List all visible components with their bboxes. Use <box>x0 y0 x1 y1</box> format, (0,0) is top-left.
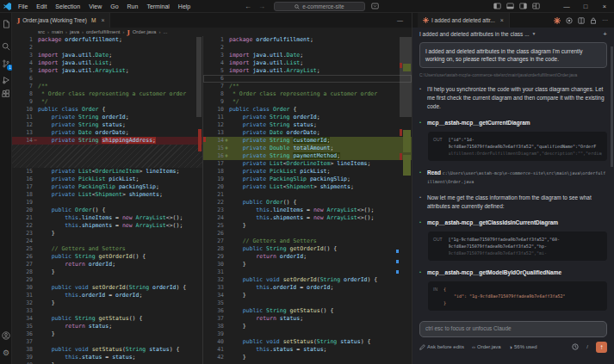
code-line[interactable]: 30 } <box>203 261 412 268</box>
breadcrumb[interactable]: src›main›java›orderfulfillment›JOrder.ja… <box>12 28 412 36</box>
code-line[interactable]: 26 <box>203 230 412 238</box>
code-line[interactable]: 24 <box>12 238 202 245</box>
code-line[interactable]: 38 } <box>203 323 412 330</box>
code-line[interactable]: 21 this.lineItems = new ArrayList<>(); <box>12 214 202 222</box>
run-debug-icon[interactable] <box>1 75 11 85</box>
minimize-icon[interactable]: — <box>557 0 576 13</box>
history-clock-icon[interactable] <box>572 343 579 350</box>
context-file-chip[interactable]: ‹› Order.java <box>472 344 501 349</box>
code-line[interactable]: 30 public void setOrderId(String orderId… <box>12 284 202 292</box>
menu-help[interactable]: Help <box>174 3 195 9</box>
code-line[interactable]: 7/** <box>203 83 412 90</box>
split-editor-icon[interactable] <box>578 17 585 24</box>
code-line[interactable]: 5import java.util.ArrayList; <box>12 67 202 75</box>
code-line[interactable]: 11 private String orderId; <box>203 114 412 121</box>
claude-input[interactable]: ctrl esc to focus or unfocus Claude <box>419 321 607 337</box>
diff-original-editor[interactable]: 1package orderfulfillment;23import java.… <box>12 36 203 364</box>
lock-icon[interactable] <box>590 17 597 24</box>
code-line[interactable]: 2 <box>203 44 412 52</box>
explorer-icon[interactable] <box>1 19 11 29</box>
code-line[interactable]: 29 return orderId; <box>203 253 412 261</box>
code-line[interactable]: 13 private Date orderDate; <box>12 129 202 137</box>
code-line[interactable]: 8 * Order class representing a customer … <box>203 90 412 98</box>
code-line[interactable]: 25 } <box>203 222 412 230</box>
code-line[interactable]: 16+ private String paymentMethod; <box>203 152 412 160</box>
code-line[interactable]: 11 private String orderId; <box>12 114 202 121</box>
code-line[interactable]: 40 public void setStatus(String status) … <box>203 338 412 346</box>
ask-before-edits-toggle[interactable]: Ask before edits <box>419 344 464 350</box>
back-icon[interactable]: ← <box>245 3 251 10</box>
chat-scrollbar[interactable] <box>611 46 613 167</box>
tab-close-icon[interactable]: × <box>500 17 504 23</box>
code-line[interactable]: 27 // Getters and Setters <box>203 238 412 245</box>
read-tool-call[interactable]: •Read c:\Users\user\astah-mcp\e-commerce… <box>419 169 607 186</box>
code-line[interactable]: 39 this.status = status; <box>12 354 202 361</box>
code-line[interactable]: 31 this.orderId = orderId; <box>12 292 202 299</box>
code-line[interactable]: 33 this.orderId = orderId; <box>203 284 412 292</box>
code-line[interactable]: 14− private String shippingAddress; <box>12 137 202 145</box>
code-line[interactable]: 34 public String getStatus() { <box>12 315 202 323</box>
code-line[interactable]: 8 * Order class representing a customer … <box>12 90 202 98</box>
code-line[interactable]: 10public class Order { <box>12 106 202 114</box>
more-actions-icon[interactable]: ⋯ <box>602 17 608 24</box>
code-line[interactable]: 24 this.shipments = new ArrayList<>(); <box>203 214 412 222</box>
code-line[interactable]: 20 public Order() { <box>12 207 202 214</box>
forward-icon[interactable]: → <box>258 3 265 10</box>
code-line[interactable]: 37 <box>12 338 202 346</box>
code-line[interactable]: 12 private String status; <box>203 121 412 129</box>
maximize-icon[interactable]: □ <box>576 0 595 13</box>
extensions-icon[interactable] <box>1 89 11 99</box>
code-line[interactable]: 13 private Date orderDate; <box>203 129 412 137</box>
code-line[interactable]: 34 } <box>203 292 412 299</box>
code-line[interactable]: 1package orderfulfillment; <box>12 36 202 44</box>
code-line[interactable]: 3import java.util.Date; <box>203 52 412 59</box>
code-line[interactable]: 4import java.util.List; <box>203 59 412 67</box>
breadcrumb-item[interactable]: ... <box>163 29 167 34</box>
code-line[interactable]: 6 <box>203 75 412 83</box>
toggle-secondary-sidebar-icon[interactable] <box>519 3 527 9</box>
tool-output-card[interactable]: OUT["1g-9cfd8ae715079ffadea9b7e6aff3fa52… <box>428 231 607 261</box>
code-line[interactable]: 6 <box>12 75 202 83</box>
code-line[interactable]: 19 <box>12 199 202 207</box>
code-line[interactable]: 35 return status; <box>12 323 202 330</box>
code-line[interactable]: 22 this.shipments = new ArrayList<>(); <box>12 222 202 230</box>
tool-input-card[interactable]: IN{ "id": "1g-9cfd8ae715079ffadea9b7e6af… <box>428 281 607 311</box>
toggle-sidebar-icon[interactable] <box>493 3 501 9</box>
code-line[interactable]: 18 private PickList pickList; <box>203 168 412 176</box>
code-line[interactable]: 39 <box>203 330 412 338</box>
code-line[interactable]: 4import java.util.List; <box>12 59 202 67</box>
code-line[interactable]: 23 this.lineItems = new ArrayList<>(); <box>203 207 412 214</box>
code-line[interactable]: 37 return status; <box>203 315 412 323</box>
layout-dropdown-icon[interactable] <box>371 3 379 9</box>
code-line[interactable]: 1package orderfulfillment; <box>203 36 412 44</box>
code-line[interactable]: 10public class Order { <box>203 106 412 114</box>
customize-layout-icon[interactable] <box>532 3 540 9</box>
diff-modified-editor[interactable]: 1package orderfulfillment;23import java.… <box>203 36 412 364</box>
code-line[interactable]: 17 private List<OrderLineItem> lineItems… <box>203 160 412 168</box>
code-line[interactable]: 9 */ <box>12 98 202 106</box>
send-button[interactable]: ↑ <box>596 342 607 353</box>
close-icon[interactable]: × <box>595 0 614 13</box>
scrollbar-thumb[interactable] <box>400 37 412 117</box>
code-line[interactable]: 41 this.status = status; <box>203 346 412 354</box>
settings-gear-icon[interactable]: ⚙ <box>1 348 11 358</box>
search-sidebar-icon[interactable] <box>1 41 11 52</box>
code-line[interactable]: 2 <box>12 44 202 52</box>
circle-badge-icon[interactable] <box>566 17 573 24</box>
chat-transcript[interactable]: I added and deleted attributes in the cl… <box>412 40 614 318</box>
vscode-logo-icon[interactable] <box>3 3 11 10</box>
slash-commands-icon[interactable]: / <box>586 344 588 349</box>
claude-new-chat-icon[interactable] <box>554 17 561 24</box>
tool-call[interactable]: •mcp__astah-mcp__getModelByIdOrQualified… <box>419 268 607 276</box>
search-input[interactable]: e-commerce-site <box>274 2 365 11</box>
code-line[interactable]: 7/** <box>12 83 202 90</box>
tool-call[interactable]: •mcp__astah-mcp__getClassIdsInCurrentDia… <box>419 219 607 226</box>
code-line[interactable]: 9 */ <box>203 98 412 106</box>
editor-toolbar-more-icon[interactable]: — <box>397 13 403 28</box>
code-line[interactable]: 32 public void setOrderId(String orderId… <box>203 276 412 284</box>
code-line[interactable]: 42 } <box>203 354 412 361</box>
code-line[interactable]: 15+ private Double totalAmount; <box>203 145 412 152</box>
scrollbar-thumb[interactable] <box>196 37 202 117</box>
menu-go[interactable]: Go <box>106 3 122 9</box>
menu-run[interactable]: Run <box>123 3 143 9</box>
